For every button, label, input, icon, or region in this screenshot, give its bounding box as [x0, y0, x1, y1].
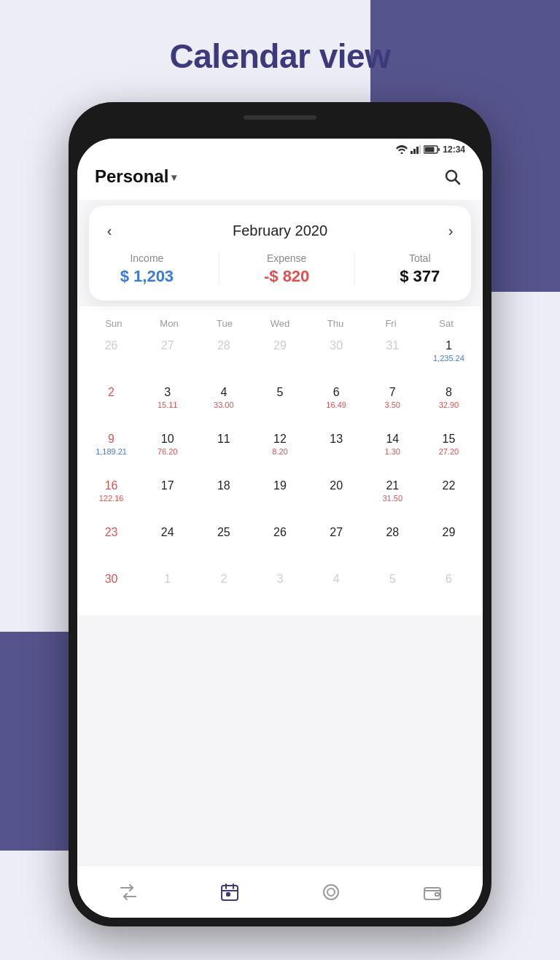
- cal-day-number: 15: [443, 433, 456, 446]
- calendar-cell[interactable]: 25: [195, 522, 252, 568]
- calendar-cell[interactable]: 616.49: [308, 382, 365, 428]
- calendar-cell[interactable]: 5: [252, 382, 308, 428]
- calendar-cell[interactable]: 1: [139, 568, 195, 615]
- cal-day-number: 31: [386, 339, 399, 352]
- day-headers: SunMonTueWedThuFriSat: [77, 312, 483, 335]
- calendar-grid: 26272829303111,235.242315.11433.005616.4…: [77, 335, 483, 615]
- status-icons: 12:34: [396, 144, 465, 155]
- search-button[interactable]: [439, 163, 465, 190]
- calendar-cell[interactable]: 18: [195, 475, 252, 522]
- cal-day-number: 26: [273, 526, 287, 539]
- calendar-cell[interactable]: 26: [252, 522, 308, 568]
- cal-day-number: 2: [108, 386, 114, 399]
- day-header: Wed: [252, 315, 308, 332]
- account-selector[interactable]: Personal ▾: [95, 166, 176, 187]
- cal-day-number: 28: [386, 526, 399, 539]
- cal-day-number: 20: [330, 479, 343, 492]
- expense-summary: Expense -$ 820: [264, 252, 309, 286]
- calendar-cell[interactable]: 2: [195, 568, 252, 615]
- calendar-cell[interactable]: 2: [83, 382, 139, 428]
- day-header: Thu: [308, 315, 363, 332]
- cal-day-number: 4: [333, 573, 340, 586]
- svg-rect-4: [419, 145, 421, 154]
- status-bar: 12:34: [77, 139, 483, 158]
- cal-amount: 27.20: [439, 447, 459, 456]
- expense-label: Expense: [264, 252, 309, 264]
- calendar-cell[interactable]: 128.20: [252, 428, 308, 475]
- nav-transactions[interactable]: [110, 874, 147, 910]
- calendar-cell[interactable]: 27: [308, 522, 365, 568]
- cal-amount: 122.16: [99, 494, 124, 503]
- calendar-cell[interactable]: 73.50: [365, 382, 421, 428]
- calendar-cell[interactable]: 141.30: [365, 428, 421, 475]
- calendar-cell[interactable]: 6: [421, 568, 477, 615]
- calendar-cell[interactable]: 27: [139, 335, 195, 382]
- cal-amount: 31.50: [383, 494, 403, 503]
- cal-day-number: 30: [105, 573, 118, 586]
- calendar-section: SunMonTueWedThuFriSat 26272829303111,235…: [77, 306, 483, 615]
- calendar-cell[interactable]: 13: [308, 428, 365, 475]
- summary-row: Income $ 1,203 Expense -$ 820 Total $ 37…: [98, 252, 462, 286]
- svg-rect-20: [435, 893, 439, 896]
- cal-amount: 16.49: [326, 400, 346, 409]
- calendar-cell[interactable]: 832.90: [421, 382, 477, 428]
- cal-day-number: 27: [161, 339, 174, 352]
- nav-calendar[interactable]: [211, 874, 248, 910]
- calendar-cell[interactable]: 26: [83, 335, 139, 382]
- calendar-cell[interactable]: 28: [195, 335, 252, 382]
- day-header: Mon: [141, 315, 197, 332]
- svg-line-9: [456, 180, 460, 185]
- calendar-cell[interactable]: 11: [195, 428, 252, 475]
- chevron-down-icon: ▾: [171, 171, 176, 183]
- calendar-cell[interactable]: 31: [365, 335, 421, 382]
- calendar-cell[interactable]: 4: [308, 568, 365, 615]
- cal-amount: 8.20: [272, 447, 287, 456]
- calendar-cell[interactable]: 30: [83, 568, 139, 615]
- cal-day-number: 10: [161, 433, 174, 446]
- income-value: $ 1,203: [120, 267, 174, 286]
- income-summary: Income $ 1,203: [120, 252, 174, 286]
- calendar-cell[interactable]: 24: [139, 522, 195, 568]
- nav-budget[interactable]: [313, 874, 349, 910]
- calendar-cell[interactable]: 19: [252, 475, 308, 522]
- calendar-cell[interactable]: 20: [308, 475, 365, 522]
- cal-day-number: 13: [330, 433, 343, 446]
- cal-day-number: 23: [105, 526, 118, 539]
- calendar-cell[interactable]: 1527.20: [421, 428, 477, 475]
- cal-day-number: 29: [443, 526, 456, 539]
- cal-day-number: 27: [330, 526, 343, 539]
- next-month-button[interactable]: ›: [439, 219, 462, 242]
- calendar-cell[interactable]: 1076.20: [139, 428, 195, 475]
- calendar-cell[interactable]: 5: [365, 568, 421, 615]
- battery-icon: [424, 145, 440, 154]
- calendar-cell[interactable]: 315.11: [139, 382, 195, 428]
- cal-day-number: 21: [386, 479, 399, 492]
- cal-day-number: 24: [161, 526, 174, 539]
- month-title: February 2020: [233, 222, 327, 239]
- calendar-cell[interactable]: 22: [421, 475, 477, 522]
- calendar-cell[interactable]: 16122.16: [83, 475, 139, 522]
- svg-point-17: [324, 885, 338, 899]
- calendar-cell[interactable]: 17: [139, 475, 195, 522]
- cal-day-number: 8: [446, 386, 452, 399]
- calendar-cell[interactable]: 91,189.21: [83, 428, 139, 475]
- calendar-cell[interactable]: 23: [83, 522, 139, 568]
- calendar-cell[interactable]: 29: [252, 335, 308, 382]
- calendar-cell[interactable]: 2131.50: [365, 475, 421, 522]
- cal-day-number: 14: [386, 433, 399, 446]
- cal-day-number: 9: [108, 433, 114, 446]
- nav-wallet[interactable]: [414, 874, 451, 910]
- cal-day-number: 19: [273, 479, 287, 492]
- cal-day-number: 17: [161, 479, 174, 492]
- calendar-cell[interactable]: 28: [365, 522, 421, 568]
- calendar-cell[interactable]: 3: [252, 568, 308, 615]
- calendar-cell[interactable]: 11,235.24: [421, 335, 477, 382]
- cal-day-number: 16: [105, 479, 118, 492]
- prev-month-button[interactable]: ‹: [98, 219, 121, 242]
- calendar-cell[interactable]: 433.00: [195, 382, 252, 428]
- phone-notch: [244, 115, 316, 120]
- calendar-cell[interactable]: 29: [421, 522, 477, 568]
- cal-day-number: 6: [333, 386, 340, 399]
- calendar-cell[interactable]: 30: [308, 335, 365, 382]
- cal-day-number: 1: [446, 339, 452, 352]
